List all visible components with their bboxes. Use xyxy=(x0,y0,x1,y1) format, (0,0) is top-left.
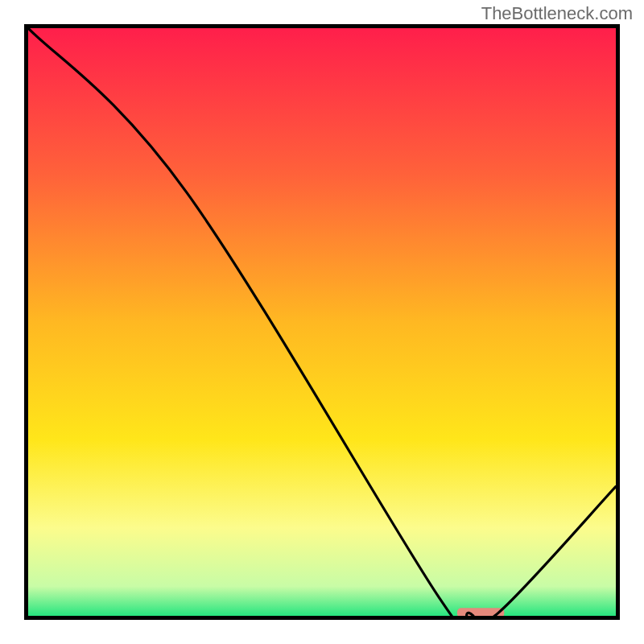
watermark-text: TheBottleneck.com xyxy=(481,3,633,24)
gradient-background xyxy=(28,28,616,616)
plot-frame xyxy=(24,24,620,620)
chart-svg xyxy=(28,28,616,616)
